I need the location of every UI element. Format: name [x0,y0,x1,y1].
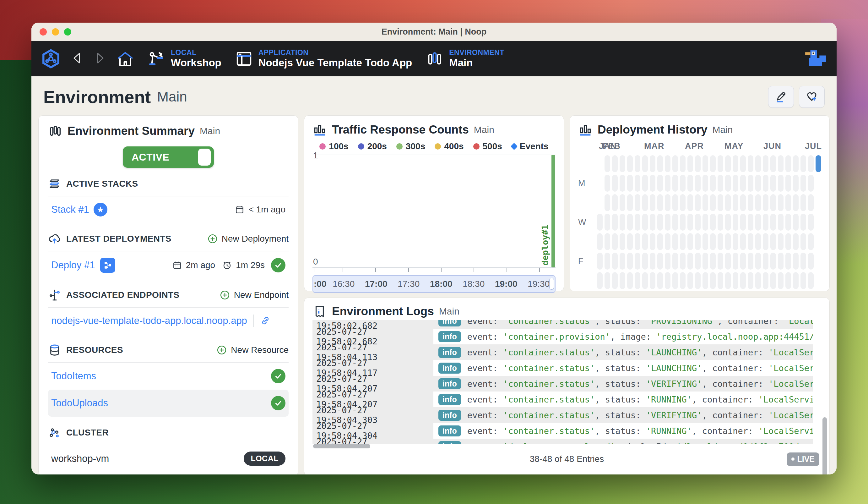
log-segment: 'RUNNING' [646,426,692,436]
log-segment: 'container.status' [503,347,595,357]
heatmap-cell [642,194,648,211]
endpoint-link[interactable]: nodejs-vue-template-todo-app.local.noop.… [51,315,247,326]
heatmap-cell [635,194,640,211]
legend-item[interactable]: 500s [473,141,502,151]
log-rows: 2025-07-27 19:58:02.682infoevent: 'conta… [312,320,821,444]
log-viewport[interactable]: 2025-07-27 19:58:02.682infoevent: 'conta… [312,320,821,444]
day-label [578,272,597,289]
heatmap-cell [604,194,610,211]
legend-item[interactable]: 100s [319,141,348,151]
deploy-link[interactable]: Deploy #1 [51,260,95,271]
y-axis-min: 0 [313,257,318,267]
heatmap-cell [785,155,791,172]
heatmap-cell [650,155,655,172]
back-button[interactable] [71,52,84,65]
axis-label: 17:30 [392,279,425,289]
resource-row[interactable]: TodoUploads [48,390,289,417]
heatmap-cell [627,233,633,250]
axis-tick [523,268,556,273]
log-hscrollbar[interactable] [312,444,813,449]
deployments-heading: LATEST DEPLOYMENTS [66,234,172,244]
live-badge[interactable]: LIVE [787,453,819,466]
legend-item[interactable]: 400s [435,141,464,151]
log-row: 2025-07-27 19:58:04.113infoevent: 'conta… [312,344,821,360]
breadcrumb-local[interactable]: LOCAL Workshop [148,48,221,69]
heatmap-cell [680,214,685,231]
heatmap-cell [680,175,685,192]
log-message: infoevent: 'container.provision', image:… [433,329,813,344]
log-vscrollbar[interactable] [823,417,827,474]
heatmap-cell [657,155,663,172]
heatmap-cell [800,272,806,289]
log-segment: 'LocalServic [768,410,813,420]
heatmap-cell [695,155,701,172]
new-resource-button[interactable]: New Resource [216,345,289,355]
heatmap-cell [620,175,625,192]
log-segment: event: [467,363,503,373]
heatmap-cell [620,194,625,211]
legend-label: 500s [483,141,502,151]
heatmap-cell [778,253,784,270]
legend-item[interactable]: 300s [396,141,425,151]
brush-handle[interactable] [549,278,554,290]
breadcrumb-environment[interactable]: ENVIRONMENT Main [426,48,504,69]
log-timestamp: 2025-07-27 19:58:04.304 [312,423,433,439]
heatmap-cell [597,253,603,270]
breadcrumb-application[interactable]: APPLICATION Nodejs Vue Template Todo App [235,48,412,69]
resource-link[interactable]: TodoUploads [51,397,108,409]
heatmap-cell [808,272,814,289]
hscroll-thumb[interactable] [313,444,370,448]
heatmap-cell [717,155,723,172]
noop-logo-icon[interactable] [41,49,61,69]
heatmap-cell [808,233,814,250]
heatmap-cell [755,233,761,250]
resources-heading: RESOURCES [66,345,123,355]
log-segment: , container: [692,395,758,404]
heatmap-cell [665,194,671,211]
heatmap-cell [717,233,723,250]
application-icon [235,50,253,68]
duck-icon[interactable] [804,49,827,69]
resource-row[interactable]: TodoItems [48,363,289,390]
open-link-icon[interactable] [260,315,271,326]
traffic-title: Traffic Response Counts [332,123,469,137]
heatmap-cell [635,214,640,231]
app-window: Environment: Main | Noop [31,23,837,474]
heatmap-cell [620,272,625,289]
legend-label: 200s [368,141,387,151]
resource-ok-icon [271,369,286,383]
heatmap-cell [733,194,738,211]
log-message: infoevent: 'container.status', status: '… [433,320,813,329]
heatmap-cell [642,175,648,192]
bar-chart-icon [312,122,327,137]
log-segment: , status: [595,395,646,404]
heatmap-cell [703,214,708,231]
heatmap-cell [620,253,625,270]
home-button[interactable] [117,51,134,67]
star-badge-icon[interactable]: ★ [94,203,107,216]
new-deployment-button[interactable]: New Deployment [207,233,289,244]
active-toggle[interactable]: ACTIVE [123,147,214,168]
titlebar: Environment: Main | Noop [31,23,837,41]
heatmap-cell [733,155,738,172]
heatmap-cell [763,155,768,172]
endpoints-heading: ASSOCIATED ENDPOINTS [66,290,180,300]
forward-button[interactable] [94,52,106,65]
heatmap-cell [657,194,663,211]
heatmap-cell [733,253,738,270]
month-label: JUN [763,141,781,151]
heatmap-cell [604,175,610,192]
stack-link[interactable]: Stack #1 [51,204,89,215]
legend-item[interactable]: Events [512,141,549,151]
resource-link[interactable]: TodoItems [51,371,96,382]
legend-item[interactable]: 200s [358,141,387,151]
log-segment: , container: [702,347,768,357]
new-endpoint-button[interactable]: New Endpoint [219,290,289,300]
stack-age: < 1m ago [248,204,286,215]
heatmap-cell [635,253,640,270]
deployment-row: Deploy #1 [48,251,289,279]
log-segment: event: [467,395,503,404]
time-range-brush[interactable]: :0016:3017:0017:3018:0018:3019:0019:30 [312,275,556,293]
edit-environment-button[interactable] [768,86,794,108]
favorite-environment-button[interactable] [799,86,825,108]
